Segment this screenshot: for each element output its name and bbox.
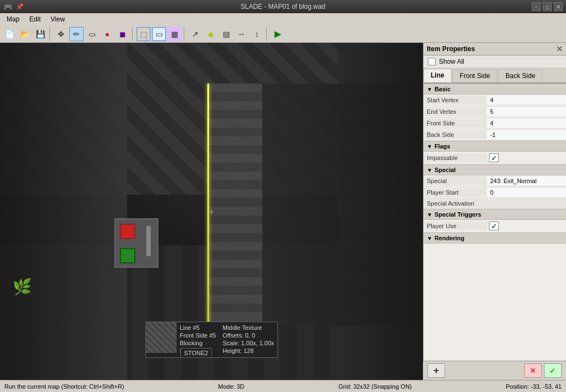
back-side-value[interactable]: -1 [487, 130, 566, 139]
tab-front-side[interactable]: Front Side [453, 69, 497, 82]
title-left: 🎮 📌 [3, 2, 24, 11]
draw-lines-tool[interactable]: ✏ [69, 27, 84, 41]
maximize-button[interactable]: □ [543, 2, 552, 11]
main-area: 🌿 + Line #5 Front Side #5 Blocking Lengt… [0, 43, 566, 380]
front-side-label: Front Side [424, 119, 487, 128]
draw-circle-tool[interactable]: ● [100, 27, 114, 41]
player-start-value[interactable]: 0 [487, 188, 566, 197]
texture-info2: Middle Texture Offsets: 0, 0 Scale: 1.00… [219, 322, 278, 357]
status-left: Run the current map (Shortcut: Ctrl+Shif… [4, 383, 124, 390]
rendering-section-header: ▼ Rendering [424, 233, 566, 244]
tooltip-height: Height: 128 [223, 347, 274, 354]
minimize-button[interactable]: − [532, 2, 541, 11]
tabs-row: Line Front Side Back Side [424, 68, 566, 84]
menu-map[interactable]: Map [2, 14, 24, 24]
front-side-value[interactable]: 4 [487, 119, 566, 128]
panel-footer: + ✕ ✓ [423, 361, 566, 380]
basic-section-header: ▼ Basic [424, 84, 566, 95]
panel-box [114, 218, 158, 268]
special-activation-label: Special Activation [427, 200, 474, 207]
title-controls: − □ ✕ [532, 2, 563, 11]
close-button[interactable]: ✕ [554, 2, 563, 11]
show-all-checkbox[interactable] [428, 58, 436, 65]
status-position: Position: -33, -53, 41 [505, 383, 562, 390]
save-button[interactable]: 💾 [33, 27, 47, 41]
item-properties-panel: Item Properties ✕ Show All Line Front Si… [423, 43, 566, 380]
player-start-row: Player Start 0 [424, 187, 566, 198]
end-vertex-value[interactable]: 5 [487, 107, 566, 116]
pointer-tool[interactable]: ↗ [188, 27, 202, 41]
delete-property-button[interactable]: ✕ [524, 363, 542, 378]
impassable-checkbox[interactable]: ✓ [489, 153, 499, 162]
tab-line[interactable]: Line [424, 69, 452, 82]
app-icon: 🎮 [3, 2, 13, 11]
flags-label: Flags [435, 143, 450, 150]
end-vertex-row: End Vertex 5 [424, 106, 566, 118]
menu-edit[interactable]: Edit [25, 14, 45, 24]
status-right: Grid: 32x32 (Snapping ON) [338, 383, 411, 390]
menu-view[interactable]: View [46, 14, 69, 24]
draw-filled-rect-tool[interactable]: ◼ [116, 27, 130, 41]
new-button[interactable]: 📄 [2, 27, 17, 41]
special-collapse-arrow[interactable]: ▼ [427, 167, 432, 173]
thing-tool[interactable]: ◆ [204, 27, 218, 41]
panel-title: Item Properties [427, 45, 475, 53]
menu-bar: Map Edit View [0, 13, 566, 25]
grid-tool[interactable]: ▦ [167, 27, 182, 41]
sep4 [266, 27, 268, 41]
panel-close-button[interactable]: ✕ [556, 45, 563, 53]
crosshair: + [209, 207, 213, 216]
tooltip-front-side: Front Side #5 [180, 332, 216, 339]
special-field-label: Special [424, 176, 487, 185]
special-triggers-label: Special Triggers [435, 211, 481, 218]
run-button[interactable]: ▶ [271, 27, 285, 41]
add-property-button[interactable]: + [427, 363, 445, 378]
start-vertex-row: Start Vertex 4 [424, 95, 566, 106]
start-vertex-label: Start Vertex [424, 96, 487, 104]
tooltip-middle-tex: Middle Texture [223, 324, 274, 331]
player-start-label: Player Start [424, 188, 487, 197]
end-vertex-label: End Vertex [424, 107, 487, 116]
special-triggers-collapse-arrow[interactable]: ▼ [427, 212, 432, 218]
panel-header: Item Properties ✕ [424, 43, 566, 56]
tooltip-blocking: Blocking [180, 340, 216, 346]
viewport[interactable]: 🌿 + Line #5 Front Side #5 Blocking Lengt… [0, 43, 423, 380]
basic-collapse-arrow[interactable]: ▼ [427, 86, 432, 92]
tab-back-side[interactable]: Back Side [498, 69, 542, 82]
show-all-row: Show All [424, 56, 566, 68]
confirm-property-button[interactable]: ✓ [544, 363, 562, 378]
tooltip-line-num: Line #5 [180, 324, 216, 331]
player-use-label: Player Use [424, 222, 487, 230]
tooltip-scale: Scale: 1.00x, 1.00x [223, 340, 274, 346]
open-button[interactable]: 📂 [18, 27, 32, 41]
special-field-value[interactable]: 243: Exit_Normal [487, 176, 566, 185]
panel-green-button [120, 248, 135, 263]
wall-left [0, 43, 127, 380]
right-wall-panel [262, 84, 423, 326]
texture-name-label: STONE2 [180, 348, 212, 358]
flags-collapse-arrow[interactable]: ▼ [427, 143, 432, 150]
mirror-h-tool[interactable]: ↔ [234, 27, 249, 41]
player-use-checkbox[interactable]: ✓ [489, 222, 499, 230]
panel-red-button [120, 224, 135, 239]
impassable-row: Impassable ✓ [424, 152, 566, 164]
move-tool[interactable]: ✥ [54, 27, 68, 41]
highlight-line [207, 84, 209, 326]
special-value-row: Special 243: Exit_Normal [424, 175, 566, 187]
player-use-row: Player Use ✓ [424, 220, 566, 233]
mirror-v-tool[interactable]: ↕ [250, 27, 264, 41]
special-activation-row: Special Activation [424, 198, 566, 209]
draw-rect-tool[interactable]: ▭ [85, 27, 99, 41]
basic-label: Basic [435, 86, 450, 92]
select-line-tool[interactable]: ▭ [152, 27, 166, 41]
tooltip-offsets: Offsets: 0, 0 [223, 332, 274, 339]
start-vertex-value[interactable]: 4 [487, 96, 566, 104]
status-bar: Run the current map (Shortcut: Ctrl+Shif… [0, 380, 566, 392]
show-all-label: Show All [439, 58, 464, 65]
sector-tool[interactable]: ▤ [219, 27, 233, 41]
rendering-collapse-arrow[interactable]: ▼ [427, 235, 432, 241]
panel-stick [146, 226, 151, 256]
title-bar: 🎮 📌 SLADE - MAP01 of blog.wad − □ ✕ [0, 0, 566, 13]
sep2 [132, 27, 134, 41]
select-rect-tool[interactable]: ⬚ [136, 27, 151, 41]
